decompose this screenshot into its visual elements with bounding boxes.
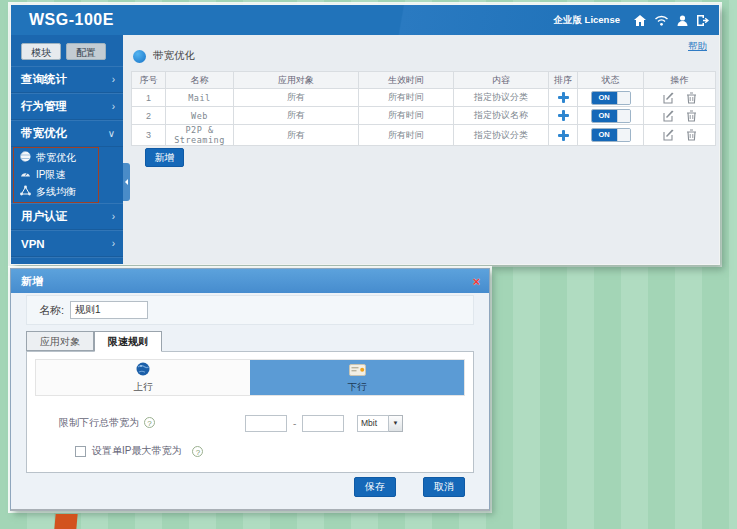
submenu-item-multiline-balance[interactable]: 多线均衡 — [11, 183, 123, 200]
cell-content: 指定协议分类 — [454, 89, 549, 107]
status-toggle[interactable]: ON — [591, 91, 631, 105]
rule-name-input[interactable] — [70, 301, 148, 319]
chevron-right-icon: › — [112, 238, 115, 249]
sidebar-item-label: VPN — [21, 238, 45, 250]
sidebar-item-vpn[interactable]: VPN › — [11, 230, 123, 257]
background-orange-shape — [54, 514, 77, 529]
sidebar-item-user-auth[interactable]: 用户认证 › — [11, 203, 123, 230]
sidebar-collapse-handle[interactable] — [123, 163, 130, 201]
delete-icon[interactable] — [686, 92, 697, 104]
chevron-right-icon: › — [112, 74, 115, 85]
cell-name: Web — [166, 107, 234, 125]
header-icons — [634, 15, 709, 26]
per-ip-row: 设置单IP最大带宽为 ? — [75, 444, 203, 458]
sidebar-item-label: 用户认证 — [21, 209, 67, 224]
bandwidth-limit-row: 限制下行总带宽为? - Mbit ▼ — [27, 414, 473, 432]
window-body: 模块 配置 查询统计 › 行为管理 › 带宽优化 ∨ — [11, 35, 719, 265]
sidebar-item-query-stats[interactable]: 查询统计 › — [11, 66, 123, 93]
table-row: 1 Mail 所有 所有时间 指定协议分类 ON — [132, 89, 716, 107]
globe-icon — [20, 151, 31, 164]
downstream-label: 下行 — [348, 381, 367, 394]
dropdown-arrow-icon[interactable]: ▼ — [389, 415, 403, 432]
submenu-item-label: 多线均衡 — [36, 185, 76, 199]
edit-icon[interactable] — [663, 129, 675, 141]
bandwidth-min-input[interactable] — [245, 415, 287, 432]
sidebar-menu: 查询统计 › 行为管理 › 带宽优化 ∨ — [11, 66, 123, 147]
cell-target: 所有 — [234, 89, 359, 107]
toggle-knob — [617, 92, 630, 104]
status-toggle[interactable]: ON — [591, 128, 631, 142]
app-window: WSG-100E 企业版 License 模块 配置 — [10, 4, 720, 265]
cell-name: P2P & Streaming — [166, 125, 234, 146]
sidebar-tabs: 模块 配置 — [11, 35, 123, 66]
col-header-content: 内容 — [454, 72, 549, 89]
downstream-button[interactable]: 下行 — [250, 360, 464, 395]
save-button[interactable]: 保存 — [354, 477, 396, 497]
name-field-panel: 名称: — [26, 295, 474, 325]
per-ip-checkbox[interactable] — [75, 446, 86, 457]
header-right: 企业版 License — [553, 14, 709, 27]
upstream-button[interactable]: 上行 — [36, 360, 250, 395]
dialog-title: 新增 — [21, 274, 43, 289]
toggle-on-label: ON — [592, 92, 617, 104]
cancel-button[interactable]: 取消 — [423, 477, 465, 497]
upstream-label: 上行 — [134, 381, 153, 394]
cell-no: 2 — [132, 107, 166, 125]
submenu-item-label: 带宽优化 — [36, 151, 76, 165]
desktop-background: WSG-100E 企业版 License 模块 配置 — [0, 0, 737, 529]
submenu-item-bandwidth-opt[interactable]: 带宽优化 — [11, 149, 123, 166]
sidebar-item-bandwidth-opt[interactable]: 带宽优化 ∨ — [11, 120, 123, 147]
unit-value: Mbit — [357, 415, 389, 432]
sort-move-icon[interactable] — [558, 130, 569, 141]
sidebar-item-other[interactable]: 其他 › — [11, 257, 123, 265]
logout-icon[interactable] — [697, 15, 709, 26]
sidebar-item-label: 查询统计 — [21, 72, 67, 87]
cell-time: 所有时间 — [359, 125, 454, 146]
table-row: 2 Web 所有 所有时间 指定协议名称 ON — [132, 107, 716, 125]
bandwidth-max-input[interactable] — [302, 415, 344, 432]
sidebar-item-behavior-mgmt[interactable]: 行为管理 › — [11, 93, 123, 120]
help-question-icon[interactable]: ? — [144, 417, 155, 428]
wifi-icon[interactable] — [655, 15, 668, 26]
gauge-icon — [20, 168, 31, 181]
sort-move-icon[interactable] — [558, 110, 569, 121]
col-header-status: 状态 — [578, 72, 644, 89]
tab-rate-limit-rules[interactable]: 限速规则 — [94, 331, 162, 352]
add-rule-button[interactable]: 新增 — [145, 148, 184, 167]
tab-modules[interactable]: 模块 — [21, 43, 61, 60]
edit-icon[interactable] — [663, 110, 675, 122]
new-rule-dialog: 新增 × 名称: 应用对象 限速规则 上行 下行 限制下 — [10, 268, 490, 511]
tab-applied-objects[interactable]: 应用对象 — [26, 331, 94, 351]
cell-time: 所有时间 — [359, 89, 454, 107]
delete-icon[interactable] — [686, 110, 697, 122]
close-icon[interactable]: × — [472, 275, 480, 288]
home-icon[interactable] — [634, 15, 646, 26]
help-question-icon[interactable]: ? — [192, 446, 203, 457]
cell-no: 3 — [132, 125, 166, 146]
per-ip-label: 设置单IP最大带宽为 — [92, 444, 181, 458]
edit-icon[interactable] — [663, 92, 675, 104]
section-bullet-icon — [133, 50, 146, 63]
col-header-sort: 排序 — [549, 72, 578, 89]
delete-icon[interactable] — [686, 129, 697, 141]
tab-config[interactable]: 配置 — [66, 43, 106, 60]
license-label: 企业版 License — [553, 14, 620, 27]
toggle-knob — [617, 129, 630, 141]
cell-content: 指定协议名称 — [454, 107, 549, 125]
sidebar-item-label: 其他 — [21, 263, 44, 265]
col-header-name: 名称 — [166, 72, 234, 89]
status-toggle[interactable]: ON — [591, 109, 631, 123]
chevron-down-icon: ∨ — [108, 128, 115, 139]
sort-move-icon[interactable] — [558, 92, 569, 103]
toggle-on-label: ON — [592, 129, 617, 141]
name-label: 名称: — [39, 303, 64, 318]
cell-name: Mail — [166, 89, 234, 107]
toggle-knob — [617, 110, 630, 122]
unit-select[interactable]: Mbit ▼ — [357, 415, 403, 432]
help-link[interactable]: 帮助 — [688, 40, 707, 53]
sidebar-item-label: 带宽优化 — [21, 126, 67, 141]
user-icon[interactable] — [677, 15, 688, 26]
cell-target: 所有 — [234, 125, 359, 146]
app-header: WSG-100E 企业版 License — [11, 5, 719, 35]
submenu-item-ip-limit[interactable]: IP限速 — [11, 166, 123, 183]
